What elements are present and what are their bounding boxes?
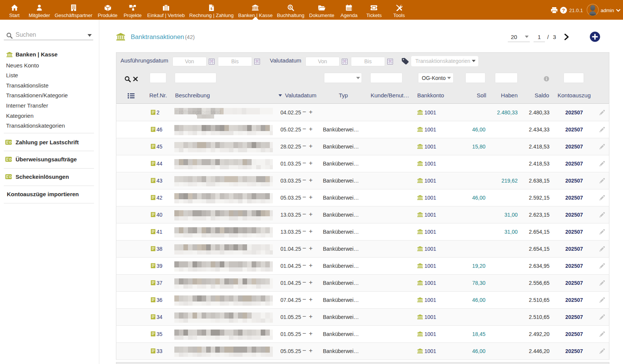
svg-text:$: $ xyxy=(289,5,291,9)
svg-text:?: ? xyxy=(562,8,565,13)
svg-text:$: $ xyxy=(210,6,212,10)
